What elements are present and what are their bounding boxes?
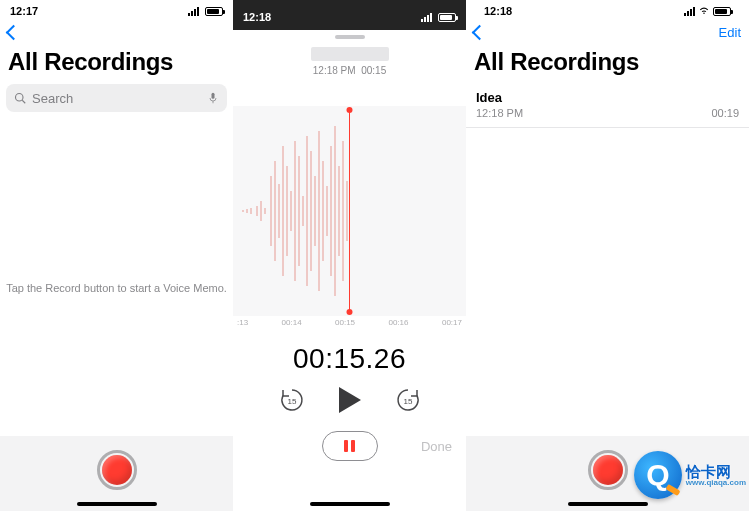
cellular-icon: [684, 7, 695, 16]
skip-forward-button[interactable]: 15: [395, 387, 421, 413]
svg-line-1: [22, 100, 25, 103]
wifi-icon: [698, 5, 710, 17]
recording-time: 12:18 PM: [476, 107, 523, 119]
status-indicators: [421, 11, 456, 23]
record-dot-icon: [102, 455, 132, 485]
status-time: 12:18: [243, 11, 271, 23]
mic-icon[interactable]: [207, 92, 219, 104]
search-field[interactable]: Search: [6, 84, 227, 112]
waveform-area[interactable]: [233, 106, 466, 316]
recording-subtitle: 12:18 PM 00:15: [233, 65, 466, 76]
watermark-url: www.qiaqa.com: [686, 479, 746, 487]
recording-time: 12:18 PM: [313, 65, 356, 76]
tick-label: 00:15: [335, 318, 355, 327]
tick-label: 00:16: [389, 318, 409, 327]
back-chevron-icon[interactable]: [6, 24, 22, 40]
pause-button[interactable]: [322, 431, 378, 461]
record-row: Done: [233, 431, 466, 461]
battery-icon: [713, 7, 731, 16]
tick-label: :13: [237, 318, 248, 327]
sheet-grabber[interactable]: [335, 35, 365, 39]
watermark: Q 恰卡网 www.qiaqa.com: [634, 451, 746, 499]
status-time: 12:17: [10, 5, 38, 17]
home-indicator[interactable]: [568, 502, 648, 506]
status-indicators: [684, 5, 731, 17]
watermark-brand: 恰卡网: [686, 464, 746, 479]
nav-bar: [0, 20, 233, 44]
status-indicators: [188, 5, 223, 17]
status-bar: 12:18: [466, 0, 749, 20]
status-time: 12:18: [484, 5, 512, 17]
bottom-toolbar: [0, 436, 233, 511]
playback-controls: 15 15: [233, 387, 466, 413]
tick-label: 00:14: [282, 318, 302, 327]
recording-name: Idea: [476, 90, 739, 105]
status-bar: 12:18: [233, 0, 466, 30]
nav-bar: Edit: [466, 20, 749, 44]
record-button[interactable]: [97, 450, 137, 490]
page-title: All Recordings: [466, 44, 749, 84]
search-icon: [14, 92, 26, 104]
svg-point-30: [347, 107, 353, 113]
svg-point-31: [347, 309, 353, 315]
timeline-ticks: :13 00:14 00:15 00:16 00:17: [233, 316, 466, 327]
back-chevron-icon[interactable]: [472, 24, 488, 40]
watermark-text: 恰卡网 www.qiaqa.com: [686, 464, 746, 487]
svg-text:15: 15: [403, 397, 412, 406]
phone-recording-active: 12:18 12:18 PM 00:15: [233, 0, 466, 511]
home-indicator[interactable]: [310, 502, 390, 506]
empty-state-text: Tap the Record button to start a Voice M…: [0, 112, 233, 294]
battery-icon: [438, 13, 456, 22]
record-dot-icon: [593, 455, 623, 485]
recording-duration: 00:19: [711, 107, 739, 119]
elapsed-time: 00:15.26: [233, 343, 466, 375]
record-button[interactable]: [588, 450, 628, 490]
done-button[interactable]: Done: [421, 439, 452, 454]
svg-point-0: [16, 94, 24, 102]
skip-back-button[interactable]: 15: [279, 387, 305, 413]
cellular-icon: [188, 7, 199, 16]
battery-icon: [205, 7, 223, 16]
watermark-logo-icon: Q: [634, 451, 682, 499]
phone-empty-list: 12:17 All Recordings Search Tap the Reco…: [0, 0, 233, 511]
search-placeholder: Search: [32, 91, 201, 106]
play-button[interactable]: [339, 387, 361, 413]
phone-list-with-item: 12:18 Edit All Recordings Idea 12:18 PM …: [466, 0, 749, 511]
page-title: All Recordings: [0, 44, 233, 84]
cellular-icon: [421, 13, 432, 22]
recording-list-item[interactable]: Idea 12:18 PM 00:19: [466, 84, 749, 128]
tick-label: 00:17: [442, 318, 462, 327]
recording-title-redacted[interactable]: [311, 47, 389, 61]
svg-text:15: 15: [287, 397, 296, 406]
svg-rect-2: [212, 93, 215, 99]
recording-duration: 00:15: [361, 65, 386, 76]
waveform-icon: [233, 106, 466, 316]
home-indicator[interactable]: [77, 502, 157, 506]
status-bar: 12:17: [0, 0, 233, 20]
edit-button[interactable]: Edit: [719, 25, 741, 40]
